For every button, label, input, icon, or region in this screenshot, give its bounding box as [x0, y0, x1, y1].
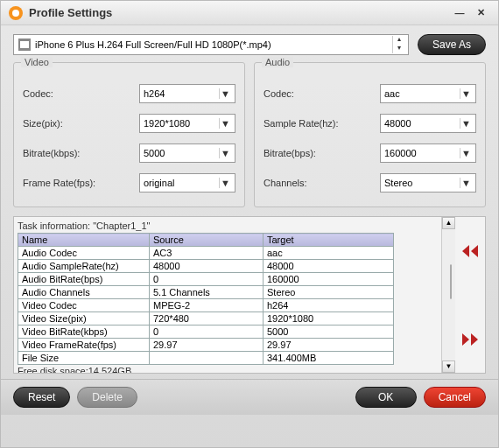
- col-name[interactable]: Name: [18, 234, 150, 247]
- prev-task-button[interactable]: [459, 242, 481, 261]
- reset-button[interactable]: Reset: [13, 387, 70, 408]
- profile-spinner[interactable]: ▴▾: [392, 36, 406, 53]
- scroll-down-button[interactable]: ▼: [442, 360, 455, 373]
- chevron-down-icon: ▼: [460, 148, 472, 158]
- video-bitrate-label: Bitrate(kbps):: [23, 148, 139, 158]
- audio-legend: Audio: [262, 57, 293, 67]
- task-info-label: Task information: "Chapter1_1": [18, 220, 441, 231]
- table-row[interactable]: Video BitRate(kbps)05000: [18, 326, 394, 339]
- table-scrollbar[interactable]: ▲ ▼: [441, 217, 455, 373]
- audio-rate-label: Sample Rate(hz):: [264, 118, 380, 129]
- table-row[interactable]: Audio BitRate(bps)0160000: [18, 273, 394, 286]
- table-row[interactable]: Video FrameRate(fps)29.9729.97: [18, 339, 394, 352]
- table-row[interactable]: Video CodecMPEG-2h264: [18, 299, 394, 312]
- table-row[interactable]: Audio CodecAC3aac: [18, 247, 394, 260]
- audio-channels-dropdown[interactable]: Stereo▼: [380, 173, 476, 192]
- chevron-down-icon: ▼: [219, 118, 231, 129]
- cancel-button[interactable]: Cancel: [424, 387, 486, 408]
- video-group: Video Codec: h264▼ Size(pix): 1920*1080▼…: [13, 62, 245, 207]
- ok-button[interactable]: OK: [355, 387, 417, 408]
- chevron-down-icon: ▼: [460, 118, 472, 129]
- video-fps-label: Frame Rate(fps):: [23, 178, 139, 188]
- profile-selected-text: iPhone 6 Plus H.264 Full Screen/Full HD …: [35, 39, 392, 50]
- svg-point-1: [12, 10, 19, 17]
- table-row[interactable]: Audio Channels5.1 ChannelsStereo: [18, 286, 394, 299]
- table-row[interactable]: Video Size(pix)720*4801920*1080: [18, 312, 394, 326]
- video-codec-dropdown[interactable]: h264▼: [139, 84, 235, 103]
- video-codec-label: Codec:: [23, 88, 139, 99]
- video-bitrate-dropdown[interactable]: 5000▼: [139, 144, 235, 163]
- chevron-down-icon: ▼: [219, 148, 231, 158]
- app-icon: [8, 5, 24, 21]
- free-disk-label: Free disk space:14.524GB: [18, 366, 441, 373]
- audio-channels-label: Channels:: [264, 178, 380, 188]
- video-size-dropdown[interactable]: 1920*1080▼: [139, 114, 235, 133]
- chevron-down-icon: ▼: [219, 178, 231, 188]
- scroll-thumb[interactable]: [450, 264, 452, 299]
- audio-bitrate-label: Bitrate(bps):: [264, 148, 380, 158]
- table-row[interactable]: Audio SampleRate(hz)4800048000: [18, 260, 394, 273]
- delete-button[interactable]: Delete: [77, 387, 137, 408]
- audio-codec-dropdown[interactable]: aac▼: [380, 84, 476, 103]
- chevron-down-icon: ▼: [460, 88, 472, 99]
- mp4-icon: [18, 38, 32, 52]
- audio-codec-label: Codec:: [264, 88, 380, 99]
- scroll-up-button[interactable]: ▲: [442, 217, 455, 229]
- window-title: Profile Settings: [29, 6, 449, 19]
- svg-rect-3: [20, 41, 29, 48]
- close-button[interactable]: ✕: [470, 6, 491, 20]
- audio-rate-dropdown[interactable]: 48000▼: [380, 114, 476, 133]
- chevron-down-icon: ▼: [219, 88, 231, 99]
- chevron-down-icon: ▼: [460, 178, 472, 188]
- next-task-button[interactable]: [459, 330, 481, 349]
- minimize-button[interactable]: —: [449, 6, 470, 20]
- video-fps-dropdown[interactable]: original▼: [139, 173, 235, 192]
- col-source[interactable]: Source: [150, 234, 264, 247]
- video-size-label: Size(pix):: [23, 118, 139, 129]
- video-legend: Video: [21, 57, 53, 67]
- task-info-table: Name Source Target Audio CodecAC3aacAudi…: [18, 233, 394, 365]
- table-row[interactable]: File Size341.400MB: [18, 352, 394, 365]
- audio-group: Audio Codec: aac▼ Sample Rate(hz): 48000…: [254, 62, 486, 207]
- save-as-button[interactable]: Save As: [418, 34, 486, 55]
- audio-bitrate-dropdown[interactable]: 160000▼: [380, 144, 476, 163]
- profile-dropdown[interactable]: iPhone 6 Plus H.264 Full Screen/Full HD …: [13, 34, 409, 55]
- col-target[interactable]: Target: [264, 234, 394, 247]
